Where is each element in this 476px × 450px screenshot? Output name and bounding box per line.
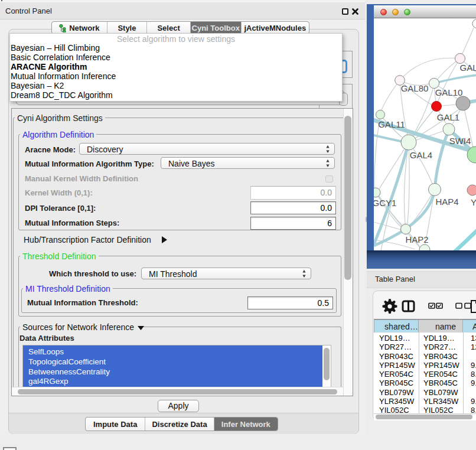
svg-text:YE: YE [471,197,476,207]
svg-text:GCY1: GCY1 [374,198,396,208]
svg-text:GAL1: GAL1 [437,112,459,122]
svg-text:GAL80: GAL80 [401,83,429,93]
svg-text:HAP2: HAP2 [405,234,428,244]
svg-text:HAP4: HAP4 [435,197,458,207]
svg-text:SWI4: SWI4 [449,136,471,146]
svg-text:GAL4: GAL4 [410,150,432,160]
svg-text:GAL2: GAL2 [460,63,476,73]
svg-text:GAL10: GAL10 [435,87,463,97]
svg-text:GAL11: GAL11 [378,119,405,129]
